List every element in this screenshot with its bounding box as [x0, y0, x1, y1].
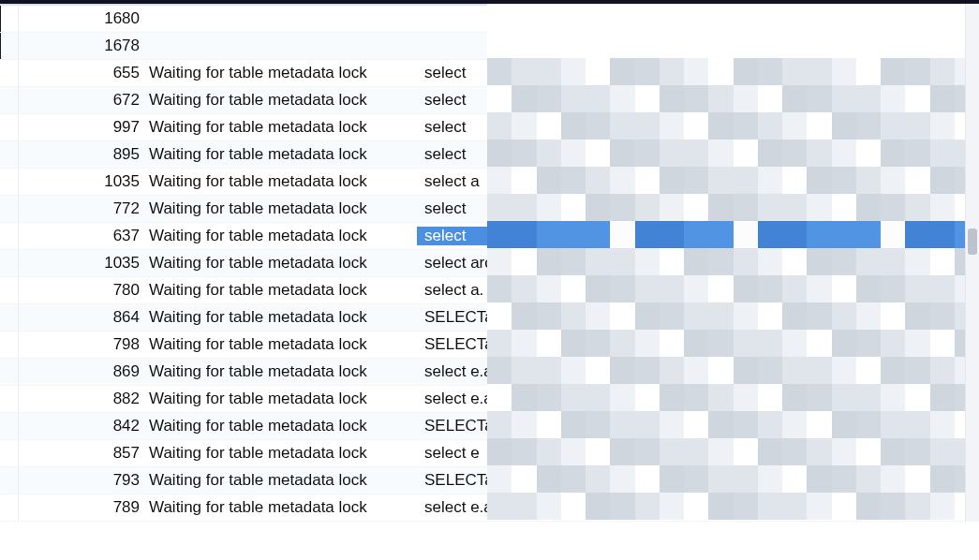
row-gutter	[0, 413, 19, 439]
cell-time: 798	[19, 335, 145, 354]
cell-query: select	[417, 199, 979, 218]
row-gutter	[0, 494, 19, 521]
cell-state: Waiting for table metadata lock	[145, 390, 417, 408]
table-row[interactable]: 655Waiting for table metadata lockselect	[0, 60, 979, 87]
row-gutter	[0, 277, 19, 303]
row-gutter	[0, 87, 19, 113]
cell-time: 1035	[19, 254, 145, 273]
cell-state: Waiting for table metadata lock	[145, 172, 417, 191]
row-gutter	[0, 386, 19, 412]
table-row[interactable]: 895Waiting for table metadata lockselect	[0, 141, 979, 169]
row-gutter	[0, 114, 19, 140]
table-row[interactable]: 672Waiting for table metadata lockselect	[0, 87, 979, 114]
table-row[interactable]: 842Waiting for table metadata lockSELECT…	[0, 413, 979, 440]
cell-query: select a.	[417, 281, 979, 300]
row-gutter	[0, 467, 19, 494]
cell-query: SELECTa.i	[417, 308, 979, 327]
cell-query: select	[417, 64, 979, 82]
cell-time: 895	[19, 145, 145, 164]
cell-query: select e.a	[417, 390, 979, 408]
cell-state: Waiting for table metadata lock	[145, 118, 417, 137]
cell-time: 1035	[19, 172, 145, 191]
cell-state: Waiting for table metadata lock	[145, 64, 417, 82]
table-row[interactable]: 857Waiting for table metadata lockselect…	[0, 440, 979, 467]
row-gutter	[0, 304, 19, 331]
cell-query: select e	[417, 444, 979, 463]
cell-query: SELECTa	[417, 471, 979, 490]
table-row[interactable]: 780Waiting for table metadata lockselect…	[0, 277, 979, 304]
cell-time: 1680	[19, 9, 145, 28]
cell-query: select	[417, 91, 979, 110]
vertical-scrollbar[interactable]	[965, 4, 979, 522]
cell-state: Waiting for table metadata lock	[145, 281, 417, 300]
row-gutter	[0, 440, 19, 466]
row-gutter	[0, 60, 19, 86]
cell-time: 672	[19, 91, 145, 110]
table-row[interactable]: 869Waiting for table metadata lockselect…	[0, 359, 979, 386]
cell-time: 882	[19, 390, 145, 408]
cell-time: 857	[19, 444, 145, 463]
cell-state: Waiting for table metadata lock	[145, 308, 417, 327]
table-row[interactable]: 882Waiting for table metadata lockselect…	[0, 386, 979, 413]
row-gutter	[0, 141, 19, 168]
cell-time: 869	[19, 362, 145, 381]
table-row[interactable]: 798Waiting for table metadata lockSELECT…	[0, 332, 979, 359]
cell-time: 864	[19, 308, 145, 327]
cell-query: select	[417, 145, 979, 164]
table-row[interactable]: 1035Waiting for table metadata lockselec…	[0, 250, 979, 277]
cell-time: 655	[19, 64, 145, 82]
cell-state: Waiting for table metadata lock	[145, 362, 417, 381]
cell-state: Waiting for table metadata lock	[145, 91, 417, 110]
table-row[interactable]: 793Waiting for table metadata lockSELECT…	[0, 467, 979, 494]
cell-state: Waiting for table metadata lock	[145, 498, 417, 517]
table-row[interactable]: 789Waiting for table metadata lockselect…	[0, 494, 979, 522]
cell-time: 793	[19, 471, 145, 490]
cell-state: Waiting for table metadata lock	[145, 199, 417, 218]
table-row[interactable]: 864Waiting for table metadata lockSELECT…	[0, 304, 979, 332]
row-gutter	[0, 250, 19, 276]
cell-time: 1678	[19, 37, 145, 55]
cell-query: select	[417, 118, 979, 137]
table-row[interactable]: 1680	[0, 6, 979, 33]
table-row[interactable]: 997Waiting for table metadata lockselect	[0, 114, 979, 141]
row-gutter	[0, 359, 19, 385]
cell-query: select a	[417, 172, 979, 191]
row-gutter	[0, 223, 19, 249]
scroll-thumb[interactable]	[968, 228, 977, 255]
cell-query: select	[417, 227, 979, 245]
cell-state: Waiting for table metadata lock	[145, 444, 417, 463]
cell-time: 842	[19, 417, 145, 435]
cell-time: 637	[19, 227, 145, 245]
cell-time: 772	[19, 199, 145, 218]
table-row[interactable]: 1035Waiting for table metadata lockselec…	[0, 169, 979, 196]
cell-state: Waiting for table metadata lock	[145, 335, 417, 354]
row-gutter	[0, 169, 19, 195]
table-row[interactable]: 772Waiting for table metadata lockselect	[0, 196, 979, 223]
row-gutter	[0, 196, 19, 222]
table-row[interactable]: 637Waiting for table metadata lockselect	[0, 223, 979, 250]
cell-state: Waiting for table metadata lock	[145, 417, 417, 435]
cell-query: select arca	[417, 254, 979, 273]
row-gutter	[0, 6, 19, 32]
cell-query: SELECTa	[417, 417, 979, 435]
row-gutter	[0, 332, 19, 358]
cell-time: 780	[19, 281, 145, 300]
cell-query: SELECTa.i	[417, 335, 979, 354]
processlist-grid-viewport: 16801678655Waiting for table metadata lo…	[0, 0, 979, 522]
processlist-table[interactable]: 16801678655Waiting for table metadata lo…	[0, 6, 979, 522]
cell-state: Waiting for table metadata lock	[145, 227, 417, 245]
cell-time: 997	[19, 118, 145, 137]
cell-query: select e.a	[417, 362, 979, 381]
cell-query: select e.a	[417, 498, 979, 517]
cell-state: Waiting for table metadata lock	[145, 471, 417, 490]
cell-state: Waiting for table metadata lock	[145, 145, 417, 164]
row-gutter	[0, 33, 19, 59]
cell-state: Waiting for table metadata lock	[145, 254, 417, 273]
table-row[interactable]: 1678	[0, 33, 979, 60]
cell-time: 789	[19, 498, 145, 517]
